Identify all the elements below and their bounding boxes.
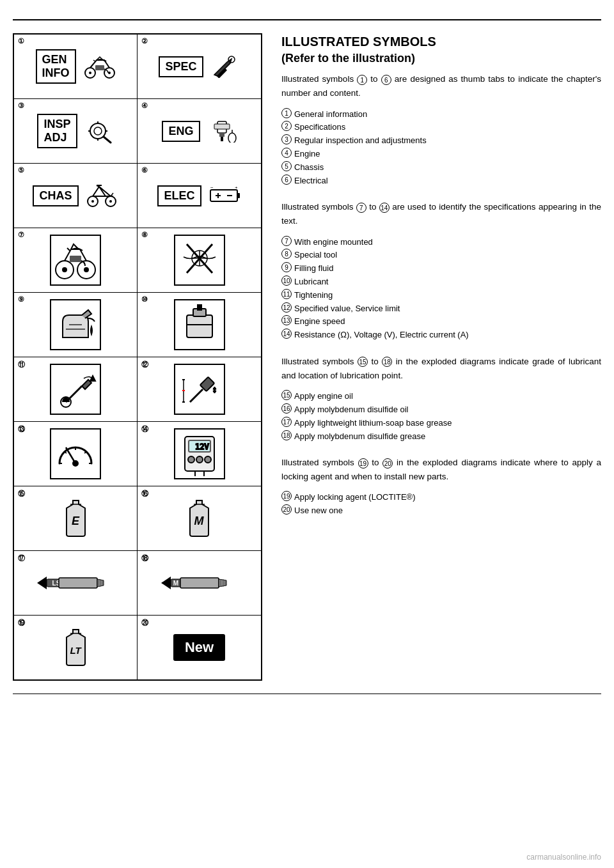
cell-20: ⑳ New	[138, 616, 261, 679]
cell-num-2: ②	[141, 37, 148, 45]
cell-17: ⑰ LS	[14, 551, 138, 615]
cell-num-14: ⑭	[141, 424, 148, 434]
engine-speed-icon-box	[50, 428, 101, 479]
cell-8: ⑧	[138, 228, 261, 292]
svg-point-55	[73, 461, 78, 466]
svg-rect-24	[210, 190, 237, 201]
svg-text:M: M	[194, 515, 205, 527]
motorcycle-icon-box	[50, 235, 101, 286]
spec-list-item-10: 10 Lubricant	[281, 275, 601, 289]
circle-6: 6	[381, 75, 391, 85]
circle-18: 18	[382, 357, 392, 367]
circle-num-4: 4	[281, 148, 292, 158]
svg-point-1	[89, 72, 91, 74]
chas-icon	[86, 183, 118, 208]
circle-num-16: 16	[281, 403, 292, 414]
service-limit-svg: ↕	[177, 367, 222, 412]
spec-label: SPEC	[159, 56, 203, 77]
cell-elec: ⑥ ELEC − +	[138, 164, 261, 228]
circle-1: 1	[357, 75, 367, 85]
tightening-icon-box	[50, 364, 101, 415]
lubricant-icon-box	[174, 299, 225, 350]
circle-num-6: 6	[281, 174, 292, 185]
intro-paragraph: Illustrated symbols 1 to 6 are designed …	[281, 72, 601, 100]
svg-line-36	[67, 248, 70, 251]
chapter-list-item-4: 4 Engine	[281, 148, 601, 161]
chapter-list: 1 General information 2 Specifications 3…	[281, 108, 601, 188]
electrical-svg: 12V	[177, 431, 222, 476]
svg-text:−: −	[210, 187, 214, 190]
engine-oil-bottle: E	[61, 499, 90, 538]
spec-list-item-11: 11 Tightening	[281, 289, 601, 302]
svg-marker-78	[161, 577, 171, 589]
svg-line-59	[65, 452, 67, 453]
main-title: ILLUSTRATED SYMBOLS	[281, 33, 601, 50]
grid-row-10: ⑲ LT ⑳ New	[14, 616, 261, 679]
motorcycle-svg	[53, 238, 98, 283]
grid-row-5: ⑨	[14, 293, 261, 357]
page-container: ① GENINFO	[0, 0, 614, 868]
grid-row-3: ⑤ CHAS	[14, 164, 261, 228]
new-list: 19 Apply locking agent (LOCTITE®) 20 Use…	[281, 491, 601, 518]
spec-desc-paragraph: Illustrated symbols 7 to 14 are used to …	[281, 200, 601, 228]
spec-list-item-13: 13 Engine speed	[281, 315, 601, 329]
svg-rect-35	[70, 256, 81, 262]
new-list-item-19: 19 Apply locking agent (LOCTITE®)	[281, 491, 601, 504]
grid-row-4: ⑦	[14, 228, 261, 293]
svg-rect-74	[59, 578, 97, 588]
svg-text:M: M	[173, 580, 178, 587]
cell-12: ⑫ ↕	[138, 357, 261, 421]
cell-num-18: ⑱	[141, 554, 148, 563]
filling-fluid-svg	[53, 302, 98, 347]
grid-row-2: ③ INSPADJ ④	[14, 99, 261, 164]
circle-num-3: 3	[281, 134, 292, 144]
locking-agent-container: LT	[61, 628, 90, 667]
cell-num-4: ④	[141, 102, 148, 110]
symbols-grid: ① GENINFO	[13, 33, 262, 681]
cell-num-11: ⑪	[18, 360, 25, 369]
chapter-list-item-6: 6 Electrical	[281, 174, 601, 188]
cell-num-5: ⑤	[18, 166, 24, 174]
svg-point-66	[205, 456, 211, 463]
svg-marker-47	[90, 376, 95, 381]
grid-row-6: ⑪	[14, 357, 261, 422]
svg-text:+: +	[235, 187, 238, 190]
new-label-19: Apply locking agent (LOCTITE®)	[294, 491, 415, 504]
circle-num-8: 8	[281, 249, 292, 259]
circle-14: 14	[379, 203, 390, 213]
spec-label-12: Specified value, Service limit	[294, 302, 400, 316]
moly-oil-container: M	[185, 499, 214, 538]
spec-list-item-9: 9 Filling fluid	[281, 262, 601, 275]
svg-point-64	[188, 456, 194, 463]
svg-text:E: E	[71, 515, 79, 527]
cell-7: ⑦	[14, 228, 138, 292]
new-desc-paragraph: Illustrated symbols 19 to 20 in the expl…	[281, 456, 601, 483]
chapter-label-4: Engine	[294, 148, 320, 161]
svg-rect-4	[95, 65, 104, 70]
cell-num-17: ⑰	[18, 554, 25, 563]
svg-line-60	[84, 452, 86, 453]
svg-point-21	[109, 200, 112, 203]
lub-label-15: Apply engine oil	[294, 390, 353, 403]
new-list-item-20: 20 Use new one	[281, 504, 601, 518]
motorcycle-icon-1	[84, 54, 116, 79]
special-tool-icon-box	[174, 235, 225, 286]
svg-marker-71	[37, 577, 47, 589]
lub-list: 15 Apply engine oil 16 Apply molybdenum …	[281, 390, 601, 443]
spec-list-item-12: 12 Specified value, Service limit	[281, 302, 601, 316]
circle-num-20: 20	[281, 504, 292, 515]
circle-num-12: 12	[281, 302, 292, 313]
circle-num-13: 13	[281, 315, 292, 325]
svg-point-16	[228, 133, 236, 143]
chapter-list-item-1: 1 General information	[281, 108, 601, 121]
svg-rect-25	[237, 193, 240, 198]
grid-row-8: ⑮ E ⑯	[14, 486, 261, 551]
svg-point-32	[63, 268, 67, 272]
eng-icon	[208, 120, 237, 143]
circle-15: 15	[358, 357, 368, 367]
top-divider	[13, 19, 601, 20]
cell-chas: ⑤ CHAS	[14, 164, 138, 228]
lub-label-16: Apply molybdenum disulfide oil	[294, 403, 408, 417]
ls-grease-tube: LS	[31, 570, 120, 596]
cell-num-16: ⑯	[141, 489, 148, 499]
